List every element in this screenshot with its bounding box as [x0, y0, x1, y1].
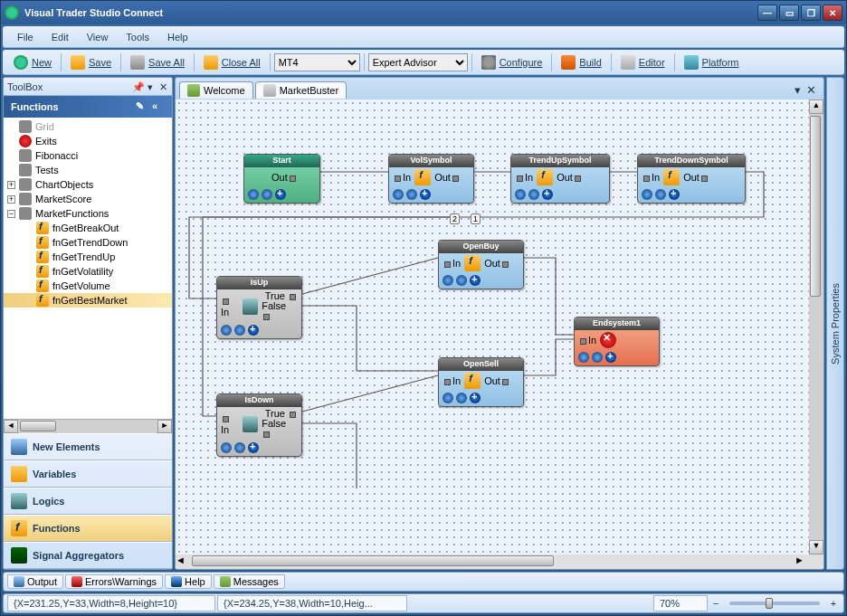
tab-welcome[interactable]: Welcome — [179, 81, 253, 99]
btab-msg[interactable]: Messages — [214, 574, 285, 589]
scroll-left-icon[interactable]: ◄ — [4, 420, 18, 433]
toolbox-hscroll[interactable]: ◄ ► — [4, 419, 172, 433]
menu-view[interactable]: View — [80, 30, 116, 44]
out-port[interactable]: Out — [434, 172, 461, 183]
tree-item[interactable]: Tests — [4, 163, 172, 177]
i-icon[interactable] — [592, 352, 603, 363]
category-sig[interactable]: Signal Aggregators — [4, 542, 172, 569]
new-button[interactable]: New — [8, 53, 57, 71]
target-select[interactable]: MT4 — [274, 53, 360, 71]
tree-item[interactable]: fnGetVolatility — [4, 264, 172, 279]
menu-file[interactable]: File — [10, 30, 41, 44]
plus-icon[interactable] — [275, 189, 286, 200]
scroll-down-icon[interactable]: ▼ — [809, 540, 823, 554]
tree-item[interactable]: Exits — [4, 134, 172, 148]
tree-item[interactable]: fnGetTrendDown — [4, 235, 172, 250]
minimize-button[interactable]: — — [757, 5, 777, 21]
menu-tools[interactable]: Tools — [119, 30, 157, 44]
i-icon[interactable] — [456, 275, 467, 286]
logic-outputs[interactable]: True False — [262, 409, 298, 439]
node-start[interactable]: StartOut — [243, 154, 320, 204]
toolbox-pin-icon[interactable]: 📌 — [132, 81, 143, 92]
category-new[interactable]: New Elements — [4, 433, 172, 460]
zoom-slider[interactable] — [729, 602, 820, 605]
vscroll-thumb[interactable] — [810, 116, 821, 297]
category-func[interactable]: Functions — [4, 515, 172, 542]
save-button[interactable]: Save — [65, 53, 117, 71]
scroll-thumb[interactable] — [20, 421, 56, 431]
in-port[interactable]: In — [221, 413, 239, 435]
restore-button[interactable]: ❐ — [801, 5, 821, 21]
i-icon[interactable] — [456, 393, 467, 403]
plus-icon[interactable] — [669, 189, 680, 200]
tab-dropdown-icon[interactable]: ▾ — [795, 83, 801, 97]
tree-item[interactable]: fnGetTrendUp — [4, 250, 172, 264]
scroll-up-icon[interactable]: ▲ — [809, 100, 823, 114]
i-icon[interactable] — [234, 325, 245, 336]
collapse-icon[interactable]: « — [152, 100, 165, 113]
scroll-right-icon[interactable]: ► — [157, 420, 172, 433]
out-port[interactable]: Out — [271, 172, 298, 183]
node-opensell[interactable]: OpenSellInOut — [438, 357, 524, 407]
designer-canvas[interactable]: 1 2 StartOutVolSymbolInOutTrendUpSymbolI… — [176, 100, 809, 554]
i-icon[interactable] — [655, 189, 666, 200]
menu-help[interactable]: Help — [160, 30, 195, 44]
btab-err[interactable]: Errors\Warnings — [65, 574, 163, 589]
i-icon[interactable] — [262, 189, 272, 200]
tree-item[interactable]: +MarketScore — [4, 192, 172, 206]
toolbox-close-icon[interactable]: ✕ — [157, 81, 168, 92]
category-logic[interactable]: Logics — [4, 488, 172, 515]
in-port[interactable]: In — [515, 172, 533, 183]
q-icon[interactable] — [221, 442, 232, 453]
q-icon[interactable] — [578, 352, 589, 363]
i-icon[interactable] — [528, 189, 539, 200]
node-isdown[interactable]: IsDownInTrue False — [216, 393, 302, 457]
plus-icon[interactable] — [470, 275, 481, 286]
out-port[interactable]: Out — [683, 172, 709, 183]
configure-button[interactable]: Configure — [476, 53, 548, 71]
close-button[interactable]: ✕ — [823, 5, 842, 21]
closeall-button[interactable]: Close All — [198, 53, 266, 71]
clear-icon[interactable]: ✎ — [136, 100, 148, 113]
hscroll-left-icon[interactable]: ◄ — [176, 554, 190, 569]
expand-icon[interactable]: + — [7, 195, 15, 204]
node-trendup[interactable]: TrendUpSymbolInOut — [510, 154, 610, 204]
i-icon[interactable] — [406, 189, 417, 200]
build-button[interactable]: Build — [556, 53, 606, 71]
q-icon[interactable] — [515, 189, 526, 200]
plus-icon[interactable] — [605, 352, 616, 363]
zoom-out-icon[interactable]: − — [709, 598, 722, 609]
plus-icon[interactable] — [248, 325, 259, 336]
tree-item[interactable]: Fibonacci — [4, 148, 172, 163]
q-icon[interactable] — [248, 189, 259, 200]
function-tree[interactable]: GridExitsFibonacciTests+ChartObjects+Mar… — [4, 118, 172, 419]
out-port[interactable]: Out — [484, 375, 510, 386]
tree-item[interactable]: fnGetVolume — [4, 279, 172, 293]
plus-icon[interactable] — [470, 393, 481, 403]
system-properties-tab[interactable]: System Properties — [826, 77, 844, 570]
tree-item[interactable]: fnGetBreakOut — [4, 221, 172, 235]
q-icon[interactable] — [443, 275, 453, 286]
maximize-button[interactable]: ▭ — [779, 5, 799, 21]
toolbox-dropdown-icon[interactable]: ▾ — [145, 81, 156, 92]
in-port[interactable]: In — [642, 172, 660, 183]
hscroll-right-icon[interactable]: ► — [795, 554, 809, 569]
zoom-in-icon[interactable]: + — [827, 598, 840, 609]
expand-icon[interactable]: − — [7, 210, 15, 218]
saveall-button[interactable]: Save All — [125, 53, 190, 71]
node-trenddown[interactable]: TrendDownSymbolInOut — [637, 154, 746, 204]
node-isup[interactable]: IsUpInTrue False — [216, 276, 302, 339]
q-icon[interactable] — [642, 189, 652, 200]
i-icon[interactable] — [234, 442, 245, 453]
in-port[interactable]: In — [443, 375, 461, 386]
hscroll-thumb[interactable] — [192, 555, 554, 566]
tree-item[interactable]: +ChartObjects — [4, 177, 172, 192]
node-openbuy[interactable]: OpenBuyInOut — [438, 240, 524, 289]
tab-marketbuster[interactable]: MarketBuster — [255, 81, 347, 99]
menu-edit[interactable]: Edit — [44, 30, 76, 44]
in-port[interactable]: In — [578, 335, 596, 346]
tree-item[interactable]: fnGetBestMarket — [4, 293, 172, 308]
out-port[interactable]: Out — [557, 172, 583, 183]
q-icon[interactable] — [393, 189, 404, 200]
canvas-vscroll[interactable]: ▲ ▼ — [809, 100, 823, 554]
